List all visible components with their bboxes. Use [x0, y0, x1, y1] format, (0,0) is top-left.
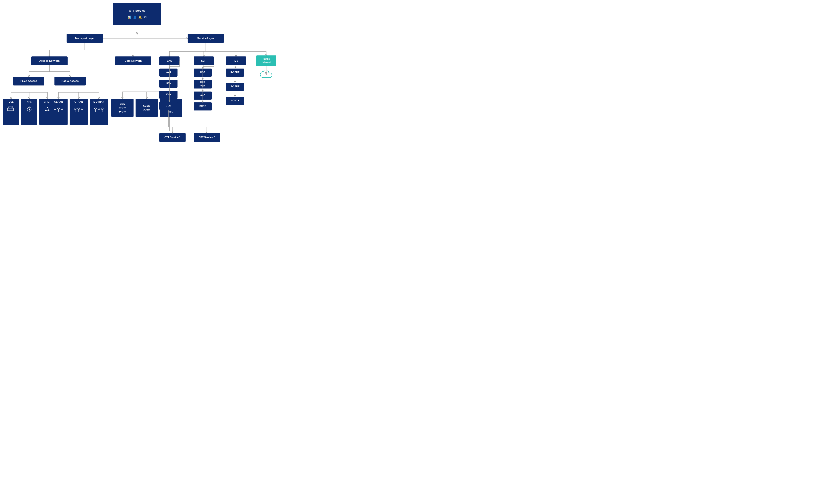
hfc-label: HFC [27, 100, 32, 104]
ims-label: IMS [234, 59, 238, 63]
hss-label: HSS [200, 71, 205, 74]
voip-node: VoIP [159, 68, 178, 77]
iptv-label: IPTV [166, 82, 171, 85]
sgsn-node: SGSN GGSM [136, 99, 158, 117]
iptv-node: IPTV [159, 80, 178, 88]
svg-line-83 [235, 65, 236, 68]
hfc-icon [25, 105, 33, 113]
pcrf-node: PCRF [194, 102, 212, 110]
cdn-node: CDN [159, 102, 178, 110]
connector-lines [0, 0, 282, 192]
voip-label: VoIP [166, 71, 171, 74]
geran-icon [53, 105, 64, 113]
svg-point-54 [29, 109, 30, 110]
service-layer-label: Service Layer [197, 37, 214, 40]
s-csdf-label: S-CSDF [231, 85, 240, 88]
ims-node: IMS [226, 56, 246, 65]
utran-node: UTRAN [69, 99, 88, 125]
mme-node: MME S-GW P-GW [111, 99, 134, 117]
cloud-icon [256, 69, 276, 81]
service-layer-node: Service Layer [188, 34, 224, 43]
transport-layer-node: Transport Layer [66, 34, 103, 43]
eutran-label: E-UTRAN [93, 100, 104, 104]
ott-icons: 📊 👤 🔔 ⏱ [128, 15, 147, 19]
pcrf-label: PCRF [199, 105, 206, 108]
p-csdf-node: P-CSDF [226, 68, 244, 77]
utran-label: UTRAN [75, 100, 83, 104]
network-diagram: OTT Service 📊 👤 🔔 ⏱ Transport Layer Serv… [0, 0, 282, 192]
eutran-node: E-UTRAN [90, 99, 108, 125]
access-network-node: Access Network [31, 56, 67, 65]
geran-node: GERAN [49, 99, 67, 125]
radio-access-label: Radio Access [61, 80, 79, 83]
ott-service-1-node: OTT Service 1 [159, 133, 186, 142]
vod-node: VoD [159, 91, 178, 99]
scp-label: SCP [201, 59, 206, 63]
scp-node: SCP [194, 56, 214, 65]
hss-node: HSS [194, 68, 212, 77]
i-cscf-node: I-CSCF [226, 97, 244, 105]
ott-service-top-label: OTT Service [129, 9, 145, 12]
p-csdf-label: P-CSDF [231, 71, 240, 74]
transport-layer-label: Transport Layer [75, 37, 95, 40]
user-icon: 👤 [133, 15, 137, 19]
hlr-vlr-node: HLR VLR [194, 80, 212, 89]
timer-icon: ⏱ [144, 15, 147, 19]
vas-arrows [0, 0, 282, 192]
ott-service-2-node: OTT Service 2 [194, 133, 220, 142]
radio-access-node: Radio Access [54, 77, 86, 86]
dsl-node: DSL [3, 99, 19, 125]
mme-label: MME S-GW P-GW [119, 102, 126, 114]
auc-node: AuC [194, 92, 212, 100]
i-cscf-label: I-CSCF [231, 99, 239, 102]
sgsn-label: SGSN GGSM [143, 104, 150, 112]
access-network-label: Access Network [39, 59, 59, 63]
geran-label: GERAN [54, 100, 63, 104]
fixed-access-label: Fixed Access [20, 80, 37, 83]
svg-line-49 [11, 107, 12, 108]
core-network-label: Core Network [125, 59, 142, 63]
utran-icon [73, 105, 84, 113]
auc-label: AuC [200, 94, 205, 97]
core-network-node: Core Network [115, 56, 151, 65]
dsl-label: DSL [9, 100, 13, 104]
svg-rect-47 [7, 108, 13, 111]
alert-icon: 🔔 [138, 15, 142, 19]
svg-line-48 [8, 107, 9, 108]
ott-service-top: OTT Service 📊 👤 🔔 ⏱ [113, 3, 161, 25]
vas-node: VAS [159, 56, 180, 65]
public-internet-label: Public Internet [262, 58, 271, 64]
fixed-access-node: Fixed Access [13, 77, 44, 86]
ott-service-2-label: OTT Service 2 [199, 136, 215, 139]
s-csdf-node: S-CSDF [226, 83, 244, 91]
cloud-svg [259, 70, 273, 80]
ott-service-1-label: OTT Service 1 [164, 136, 181, 139]
hfc-node: HFC [21, 99, 37, 125]
eutran-icon [93, 105, 104, 113]
vas-label: VAS [167, 59, 172, 63]
kpi-icon: 📊 [128, 15, 131, 19]
hlr-vlr-label: HLR VLR [200, 81, 205, 88]
cdn-label: CDN [166, 104, 171, 107]
public-internet-node: Public Internet [256, 55, 276, 66]
vod-label: VoD [166, 93, 171, 96]
dsl-icon [7, 105, 15, 112]
